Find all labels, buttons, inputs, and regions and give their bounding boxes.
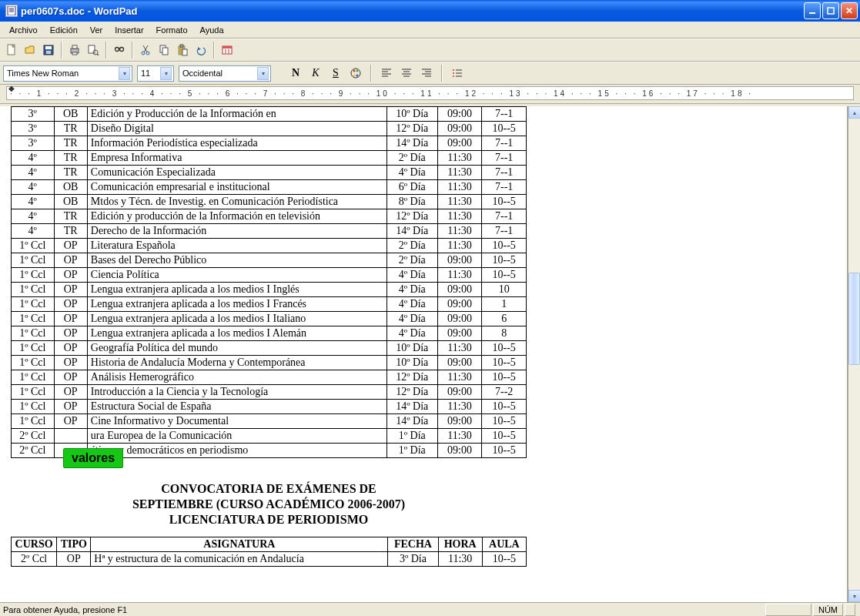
table-cell: 1º Ccl xyxy=(12,239,55,253)
font-name-combo[interactable]: Times New Roman ▾ xyxy=(3,65,132,82)
table-cell: 1º Día xyxy=(386,444,437,458)
datetime-icon[interactable] xyxy=(219,42,236,59)
menu-ayuda[interactable]: Ayuda xyxy=(194,24,230,36)
bold-button[interactable]: N xyxy=(288,65,303,81)
table-row: 1º CclOPIntroducción a la Ciencia y la T… xyxy=(12,385,527,400)
document-area[interactable]: 3ºOBEdición y Producción de la Informaci… xyxy=(0,106,848,602)
align-center-button[interactable] xyxy=(399,65,414,81)
table-cell: 11:30 xyxy=(437,268,482,283)
scroll-up-icon[interactable]: ▴ xyxy=(848,106,860,119)
menu-ver[interactable]: Ver xyxy=(84,24,109,36)
table-cell: 2º Día xyxy=(386,253,437,268)
print-preview-icon[interactable] xyxy=(85,42,102,59)
copy-icon[interactable] xyxy=(156,42,172,59)
table-cell: 3º xyxy=(12,136,55,151)
italic-button[interactable]: K xyxy=(308,65,323,81)
table-row: 1º CclOPLiteratura Española2º Día11:3010… xyxy=(12,239,527,253)
table-cell: TR xyxy=(54,122,87,136)
exam-table-2: CURSO TIPO ASIGNATURA FECHA HORA AULA 2º… xyxy=(11,537,527,567)
table-cell: TR xyxy=(54,224,87,239)
menu-archivo[interactable]: Archivo xyxy=(3,24,44,36)
table-cell: 2º Ccl xyxy=(12,444,55,458)
scroll-thumb[interactable] xyxy=(848,273,860,365)
table-cell: 7--2 xyxy=(482,385,527,400)
table-row: 3ºTRDiseño Digital12º Día09:0010--5 xyxy=(12,122,527,136)
menu-formato[interactable]: Formato xyxy=(150,24,194,36)
chevron-down-icon[interactable]: ▾ xyxy=(257,67,269,80)
save-icon[interactable] xyxy=(40,42,57,59)
table-cell: Derecho de la Información xyxy=(87,224,386,239)
chevron-down-icon[interactable]: ▾ xyxy=(160,67,172,80)
table-cell: 10--5 xyxy=(482,122,527,136)
table-row: 4ºTREmpresa Informativa2º Día11:307--1 xyxy=(12,151,527,166)
font-script-combo[interactable]: Occidental ▾ xyxy=(179,65,271,82)
scroll-track[interactable] xyxy=(848,119,860,590)
table-cell xyxy=(54,429,87,444)
scroll-down-icon[interactable]: ▾ xyxy=(848,590,860,602)
table-row: 4ºOBComunicación empresarial e instituci… xyxy=(12,180,527,195)
print-icon[interactable] xyxy=(66,42,83,59)
color-button[interactable] xyxy=(348,65,363,81)
table-cell: OP xyxy=(54,297,87,312)
svg-rect-4 xyxy=(809,12,815,14)
table-cell: 11:30 xyxy=(437,151,482,166)
table-row: 1º CclOPHistoria de Andalucía Moderna y … xyxy=(12,356,527,370)
open-icon[interactable] xyxy=(22,42,38,59)
table-cell: 1º Ccl xyxy=(12,312,55,326)
close-button[interactable]: ✕ xyxy=(841,2,858,19)
align-left-button[interactable] xyxy=(379,65,394,81)
header-asignatura: ASIGNATURA xyxy=(91,537,388,552)
table-cell: Lengua extranjera aplicada a los medios … xyxy=(87,312,386,326)
table-cell: Hª y estructura de la comunicación en An… xyxy=(91,552,388,567)
table-cell: OB xyxy=(54,195,87,209)
cut-icon[interactable] xyxy=(137,42,154,59)
table-cell: 09:00 xyxy=(437,356,482,370)
table-cell: 10--5 xyxy=(482,414,527,429)
paste-icon[interactable] xyxy=(174,42,191,59)
table-row: 2º Ccl ura Europea de la Comunicación1º … xyxy=(12,429,527,444)
table-cell: Mtdos y Técn. de Investig. en Comunicaci… xyxy=(87,195,386,209)
table-cell: 4º xyxy=(12,224,55,239)
svg-point-32 xyxy=(351,69,360,78)
table-cell: 4º Día xyxy=(386,283,437,297)
table-cell: 12º Día xyxy=(386,209,437,224)
undo-icon[interactable] xyxy=(192,42,209,59)
table-row: 2º CclOPHª y estructura de la comunicaci… xyxy=(12,552,527,567)
status-num: NÚM xyxy=(813,604,843,616)
vertical-scrollbar[interactable]: ▴ ▾ xyxy=(848,106,860,602)
table-cell: 7--1 xyxy=(482,180,527,195)
underline-button[interactable]: S xyxy=(328,65,343,81)
align-right-button[interactable] xyxy=(419,65,434,81)
table-cell: OB xyxy=(54,107,87,122)
new-icon[interactable] xyxy=(3,42,20,59)
ruler[interactable]: ◆ · · · 1 · · · 2 · · · 3 · · · 4 · · · … xyxy=(6,86,854,100)
table-cell: OP xyxy=(54,400,87,414)
table-cell: 11:30 xyxy=(437,400,482,414)
table-cell: 14º Día xyxy=(386,414,437,429)
table-cell: Lengua extranjera aplicada a los medios … xyxy=(87,297,386,312)
table-cell: Análisis Hemerográfico xyxy=(87,370,386,385)
menu-insertar[interactable]: Insertar xyxy=(109,24,149,36)
table-cell: 2º Día xyxy=(386,151,437,166)
menu-edicion[interactable]: Edición xyxy=(44,24,84,36)
maximize-button[interactable] xyxy=(822,2,839,19)
find-icon[interactable] xyxy=(111,42,128,59)
section-heading: CONVOCATORIA DE EXÁMENES DESEPTIEMBRE (C… xyxy=(11,481,527,527)
table-cell: 10º Día xyxy=(386,107,437,122)
table-cell: Comunicación Especializada xyxy=(87,166,386,180)
table-row: 1º CclOPLengua extranjera aplicada a los… xyxy=(12,283,527,297)
bullets-button[interactable] xyxy=(450,65,465,81)
table-cell: 1º Ccl xyxy=(12,356,55,370)
svg-rect-0 xyxy=(8,6,15,15)
svg-point-49 xyxy=(453,69,454,71)
format-toolbar: Times New Roman ▾ 11 ▾ Occidental ▾ N K … xyxy=(0,62,860,85)
table-cell: 6 xyxy=(482,312,527,326)
minimize-button[interactable] xyxy=(804,2,821,19)
table-cell: 2º Ccl xyxy=(12,429,55,444)
table-cell: 1º Ccl xyxy=(12,385,55,400)
header-aula: AULA xyxy=(482,537,526,552)
font-size-combo[interactable]: 11 ▾ xyxy=(137,65,174,82)
svg-point-33 xyxy=(353,70,356,72)
chevron-down-icon[interactable]: ▾ xyxy=(119,67,130,80)
table-cell: 10--5 xyxy=(482,444,527,458)
